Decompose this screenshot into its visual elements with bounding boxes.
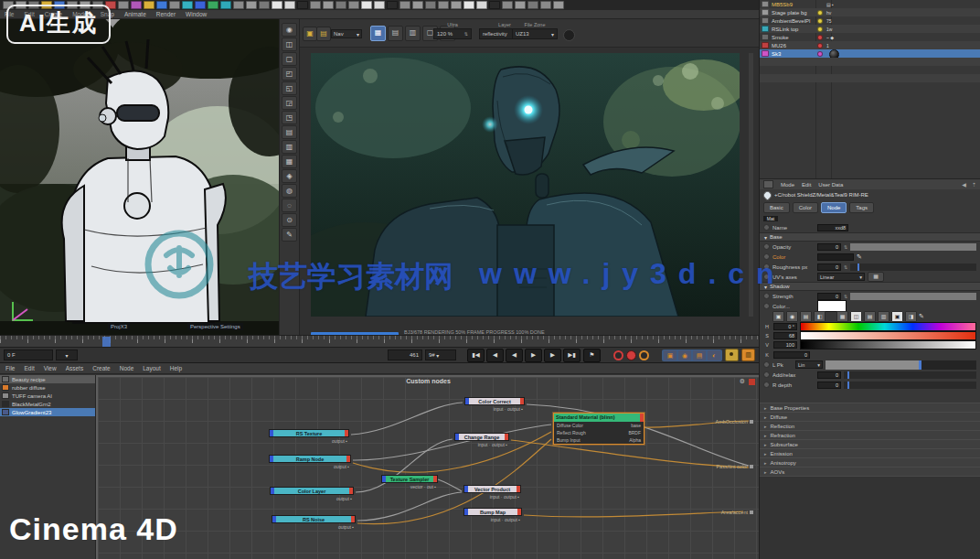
opacity-value[interactable]: 0	[817, 243, 841, 251]
object-tag-icon[interactable]: hv	[826, 10, 831, 16]
object-row[interactable]: Sk3	[760, 49, 980, 58]
graph-output-port[interactable]: AmbOcclusion	[716, 419, 753, 425]
toolbar-icon[interactable]	[438, 1, 449, 9]
strength-slider[interactable]	[850, 293, 976, 300]
record-position-button[interactable]	[613, 350, 623, 360]
section-shadow[interactable]: ▾Shadow	[760, 282, 980, 291]
object-name[interactable]: Stage plate bg	[772, 10, 807, 16]
accordion-section[interactable]: ▸Refraction	[760, 430, 980, 439]
viewport-tool-icon[interactable]: ◱	[282, 81, 297, 95]
toolbar-icon[interactable]	[336, 1, 346, 9]
pen-icon[interactable]: ✎	[857, 253, 862, 261]
viewport-tool-icon[interactable]: ▦	[282, 155, 297, 168]
object-tag-icon[interactable]: ~ ◆	[826, 35, 834, 40]
viewport-tool-icon[interactable]: ◉	[282, 23, 297, 37]
toolbar-icon[interactable]	[220, 1, 231, 9]
display-mode-button[interactable]: ▥	[405, 26, 421, 41]
depth-value[interactable]: 0	[817, 382, 841, 389]
toolbar-icon[interactable]	[540, 1, 551, 9]
compare-toggle-icon[interactable]	[563, 29, 575, 41]
record-active-button[interactable]	[626, 350, 636, 360]
node-wire[interactable]	[353, 425, 551, 460]
accordion-section[interactable]: ▸Emission	[760, 448, 980, 457]
toolbar-icon[interactable]	[144, 1, 154, 9]
node-menu-item[interactable]: Layout	[143, 365, 161, 371]
node-rs-noise[interactable]: RS Noiseoutput ▪	[272, 515, 356, 530]
layer-color-dot[interactable]	[817, 43, 823, 48]
node-wire[interactable]	[438, 479, 462, 491]
toolbar-icon[interactable]	[182, 1, 193, 9]
attribute-tab[interactable]: Node	[821, 202, 847, 213]
frame-number-field[interactable]: 461	[388, 349, 422, 360]
swatch-mode-icon[interactable]: ◨	[905, 311, 917, 322]
graph-output-port[interactable]: Area/accent	[721, 510, 753, 515]
node-wire[interactable]	[351, 403, 463, 435]
object-name[interactable]: AmbientBevelPl	[772, 18, 810, 24]
name-input[interactable]: xxd8	[817, 224, 848, 231]
object-tag-icon[interactable]: 75	[826, 18, 832, 24]
material-list-item[interactable]: GlowGradient23	[0, 408, 95, 416]
accordion-section[interactable]: ▸Diffuse	[760, 412, 980, 421]
toolbar-icon[interactable]	[463, 1, 474, 9]
toolbar-icon[interactable]	[323, 1, 334, 9]
object-row[interactable]: Stage plate bghv	[760, 8, 980, 16]
playback-button[interactable]: ▶	[544, 349, 561, 362]
toolbar-icon[interactable]	[348, 1, 359, 9]
hsv-gradient-bar[interactable]	[800, 331, 976, 340]
viewport-tool-icon[interactable]: ▢	[282, 52, 297, 66]
toolbar-icon[interactable]	[233, 1, 244, 9]
node-menu-item[interactable]: Create	[92, 365, 111, 371]
playback-button[interactable]: ▶▮	[563, 349, 581, 362]
toolbar-icon[interactable]	[284, 1, 295, 9]
menu-item[interactable]: Window	[186, 11, 207, 17]
accordion-section[interactable]: ▸Subsurface	[760, 439, 980, 448]
viewport-settings-label[interactable]: Perspective Settings	[187, 323, 243, 330]
node-standard-material[interactable]: Standard Material (blinn) Diffuse Colorb…	[553, 413, 644, 445]
layer-color-dot[interactable]	[817, 35, 823, 40]
accordion-section[interactable]: ▸AOVs	[760, 467, 980, 476]
viewport-tool-icon[interactable]: ⊙	[282, 213, 297, 227]
attribute-menu-item[interactable]: Mode	[781, 182, 794, 188]
keying-toggle-button[interactable]: ◐	[708, 350, 720, 360]
node-menu-item[interactable]: View	[44, 365, 57, 371]
toolbar-icon[interactable]	[387, 1, 398, 9]
panel-nav-icon[interactable]: ◀	[962, 181, 966, 188]
playback-button[interactable]: ▶	[525, 349, 542, 362]
display-mode-button[interactable]: ▦	[370, 26, 386, 41]
object-name[interactable]: Sk3	[772, 51, 781, 57]
node-menu-item[interactable]: Edit	[24, 365, 34, 371]
object-name[interactable]: RSLink top	[772, 27, 798, 32]
layer-color-dot[interactable]	[817, 18, 823, 24]
hsv-value[interactable]: 68	[773, 332, 797, 339]
viewport-tool-icon[interactable]: ◌	[282, 199, 297, 212]
toolbar-icon[interactable]	[272, 1, 282, 9]
swatch-mode-icon[interactable]: ◉	[786, 311, 798, 322]
keying-toggle-button[interactable]: ◉	[678, 350, 691, 360]
toolbar-icon[interactable]	[259, 1, 270, 9]
attribute-tab[interactable]: Color	[793, 202, 818, 213]
filezone-dropdown[interactable]: UZ13▾	[512, 28, 558, 39]
color-texture-slot[interactable]	[817, 253, 854, 261]
viewport-tool-icon[interactable]: ◰	[282, 67, 297, 81]
node-bump-map[interactable]: Bump Mapinput · output ▪	[463, 508, 522, 522]
depth-slider[interactable]	[844, 382, 976, 389]
viewport-tool-icon[interactable]: ◍	[282, 184, 297, 198]
keying-toggle-button[interactable]: ▣	[664, 350, 676, 360]
node-menu-item[interactable]: Help	[170, 365, 182, 371]
swatch-mode-icon[interactable]: ◫	[850, 311, 862, 322]
node-menu-item[interactable]: Node	[120, 365, 134, 371]
toolbar-icon[interactable]	[451, 1, 462, 9]
toolbar-icon[interactable]	[208, 1, 218, 9]
toolbar-icon[interactable]	[297, 1, 308, 9]
grid-icon[interactable]	[763, 180, 773, 188]
toolbar-icon[interactable]	[169, 1, 180, 9]
toolbar-icon[interactable]	[374, 1, 385, 9]
toolbar-icon[interactable]	[476, 1, 487, 9]
object-tag-icon[interactable]: 1	[826, 43, 829, 48]
toolbar-icon[interactable]	[195, 1, 206, 9]
node-wire[interactable]	[524, 511, 743, 517]
viewport-tool-icon[interactable]: ✎	[282, 228, 297, 242]
node-vector-product[interactable]: Vector Productinput · output ▪	[463, 485, 521, 500]
swatch-mode-icon[interactable]: ▤	[800, 311, 812, 322]
node-wire[interactable]	[357, 492, 462, 521]
